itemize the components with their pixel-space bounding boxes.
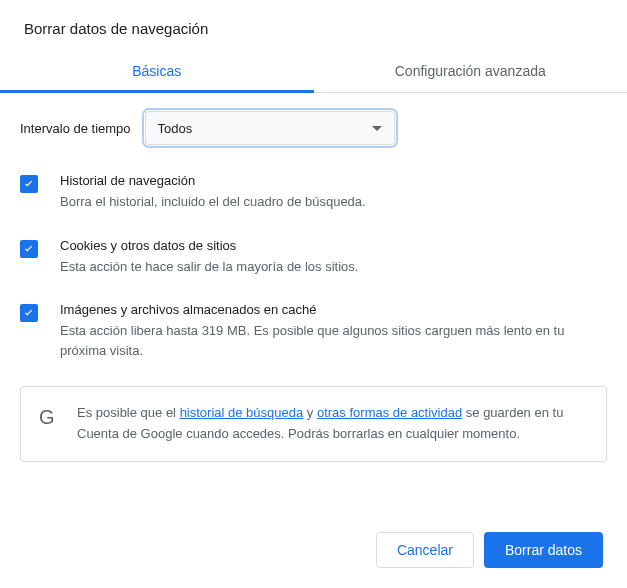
- option-title: Imágenes y archivos almacenados en caché: [60, 302, 607, 317]
- info-mid: y: [303, 405, 317, 420]
- dialog-title: Borrar datos de navegación: [0, 0, 627, 51]
- option-desc: Esta acción te hace salir de la mayoría …: [60, 257, 358, 277]
- check-icon: [22, 177, 36, 191]
- option-desc: Borra el historial, incluido el del cuad…: [60, 192, 366, 212]
- check-icon: [22, 306, 36, 320]
- option-browsing-history: Historial de navegación Borra el histori…: [20, 173, 607, 212]
- chevron-down-icon: [372, 126, 382, 131]
- dialog-footer: Cancelar Borrar datos: [0, 517, 627, 588]
- time-range-select[interactable]: Todos: [145, 111, 395, 145]
- checkbox-cookies[interactable]: [20, 240, 38, 258]
- tab-basic[interactable]: Básicas: [0, 51, 314, 92]
- check-icon: [22, 242, 36, 256]
- option-text: Cookies y otros datos de sitios Esta acc…: [60, 238, 358, 277]
- google-account-info: G Es posible que el historial de búsqued…: [20, 386, 607, 462]
- option-title: Cookies y otros datos de sitios: [60, 238, 358, 253]
- option-desc: Esta acción libera hasta 319 MB. Es posi…: [60, 321, 607, 360]
- scroll-area[interactable]: Intervalo de tiempo Todos Historial de n…: [0, 93, 627, 517]
- checkbox-browsing-history[interactable]: [20, 175, 38, 193]
- tab-advanced[interactable]: Configuración avanzada: [314, 51, 628, 92]
- link-search-history[interactable]: historial de búsqueda: [180, 405, 304, 420]
- google-logo-icon: G: [39, 406, 59, 429]
- time-range-row: Intervalo de tiempo Todos: [20, 111, 607, 145]
- clear-browsing-data-dialog: Borrar datos de navegación Básicas Confi…: [0, 0, 627, 588]
- option-cache: Imágenes y archivos almacenados en caché…: [20, 302, 607, 360]
- tabs-row: Básicas Configuración avanzada: [0, 51, 627, 93]
- option-title: Historial de navegación: [60, 173, 366, 188]
- info-pre: Es posible que el: [77, 405, 180, 420]
- time-range-value: Todos: [158, 121, 193, 136]
- option-text: Historial de navegación Borra el histori…: [60, 173, 366, 212]
- time-range-label: Intervalo de tiempo: [20, 121, 131, 136]
- checkbox-cache[interactable]: [20, 304, 38, 322]
- cancel-button[interactable]: Cancelar: [376, 532, 474, 568]
- option-cookies: Cookies y otros datos de sitios Esta acc…: [20, 238, 607, 277]
- info-text: Es posible que el historial de búsqueda …: [77, 403, 588, 445]
- option-text: Imágenes y archivos almacenados en caché…: [60, 302, 607, 360]
- clear-data-button[interactable]: Borrar datos: [484, 532, 603, 568]
- link-other-activity[interactable]: otras formas de actividad: [317, 405, 462, 420]
